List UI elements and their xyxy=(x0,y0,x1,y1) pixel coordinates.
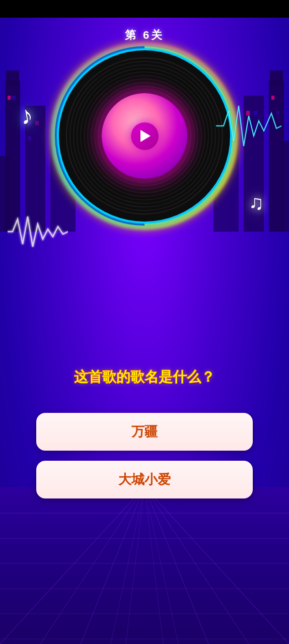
svg-line-30 xyxy=(81,487,144,644)
vinyl-record xyxy=(59,50,230,222)
svg-line-32 xyxy=(111,487,144,644)
svg-line-31 xyxy=(144,487,208,644)
svg-rect-8 xyxy=(35,121,39,125)
level-label: 第 6关 xyxy=(125,28,164,43)
svg-line-33 xyxy=(144,487,178,644)
svg-rect-9 xyxy=(28,136,31,140)
svg-line-27 xyxy=(144,487,289,644)
status-bar xyxy=(0,0,289,18)
svg-line-26 xyxy=(0,487,144,644)
svg-rect-1 xyxy=(6,70,19,86)
play-button[interactable] xyxy=(131,122,159,150)
svg-rect-24 xyxy=(271,96,274,100)
question-text: 这首歌的歌名是什么？ xyxy=(74,368,215,387)
background: 第 6关 ♪ ♫ xyxy=(0,0,289,644)
answer-button-2[interactable]: 大城小爱 xyxy=(36,461,253,498)
waveform-left xyxy=(8,211,68,252)
play-icon xyxy=(140,130,151,142)
music-note-right: ♫ xyxy=(249,191,264,214)
waveform-right xyxy=(216,101,281,151)
svg-rect-16 xyxy=(270,70,283,86)
answer-button-1[interactable]: 万疆 xyxy=(36,413,253,451)
svg-rect-5 xyxy=(8,96,11,100)
svg-rect-17 xyxy=(281,141,289,232)
svg-rect-6 xyxy=(13,96,16,100)
vinyl-center xyxy=(102,93,187,179)
vinyl-disc xyxy=(59,50,230,222)
